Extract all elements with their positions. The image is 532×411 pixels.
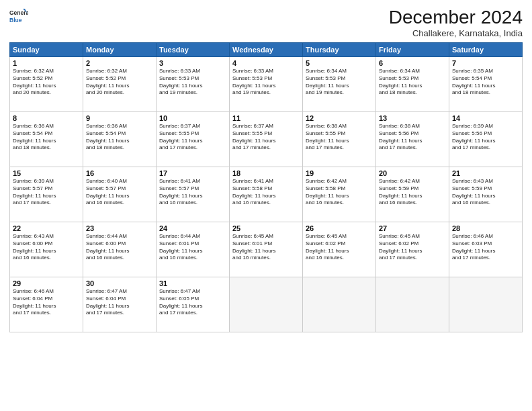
calendar-cell: 1Sunrise: 6:32 AMSunset: 5:52 PMDaylight…: [10, 57, 83, 112]
day-number: 21: [452, 169, 519, 177]
logo-svg: General Blue: [9, 7, 28, 26]
day-info: Sunrise: 6:44 AMSunset: 6:00 PMDaylight:…: [86, 233, 153, 262]
day-number: 8: [13, 114, 80, 122]
day-info: Sunrise: 6:42 AMSunset: 5:59 PMDaylight:…: [379, 178, 446, 207]
col-wednesday: Wednesday: [230, 43, 303, 57]
day-number: 26: [306, 224, 373, 232]
day-number: 11: [232, 114, 300, 122]
day-number: 23: [86, 224, 153, 232]
day-number: 27: [379, 224, 446, 232]
day-number: 24: [159, 224, 226, 232]
day-number: 28: [452, 224, 519, 232]
calendar-cell: 19Sunrise: 6:42 AMSunset: 5:58 PMDayligh…: [303, 167, 376, 222]
calendar-cell: 27Sunrise: 6:45 AMSunset: 6:02 PMDayligh…: [376, 222, 449, 277]
calendar-week: 8Sunrise: 6:36 AMSunset: 5:54 PMDaylight…: [10, 112, 523, 167]
day-number: 10: [159, 114, 226, 122]
day-info: Sunrise: 6:37 AMSunset: 5:55 PMDaylight:…: [159, 123, 226, 152]
day-number: 4: [232, 59, 300, 67]
day-number: 3: [159, 59, 226, 67]
day-info: Sunrise: 6:40 AMSunset: 5:57 PMDaylight:…: [86, 178, 153, 207]
day-info: Sunrise: 6:33 AMSunset: 5:53 PMDaylight:…: [232, 68, 300, 97]
day-info: Sunrise: 6:44 AMSunset: 6:01 PMDaylight:…: [159, 233, 226, 262]
title-block: December 2024 Challakere, Karnataka, Ind…: [389, 7, 523, 38]
day-number: 22: [13, 224, 80, 232]
calendar-cell: [449, 277, 523, 332]
calendar-cell: 3Sunrise: 6:33 AMSunset: 5:53 PMDaylight…: [157, 57, 230, 112]
calendar-cell: 26Sunrise: 6:45 AMSunset: 6:02 PMDayligh…: [303, 222, 376, 277]
day-info: Sunrise: 6:46 AMSunset: 6:03 PMDaylight:…: [452, 233, 519, 262]
col-thursday: Thursday: [303, 43, 376, 57]
day-number: 5: [306, 59, 373, 67]
calendar-cell: 29Sunrise: 6:46 AMSunset: 6:04 PMDayligh…: [10, 277, 83, 332]
calendar-cell: [303, 277, 376, 332]
calendar-cell: 13Sunrise: 6:38 AMSunset: 5:56 PMDayligh…: [376, 112, 449, 167]
day-number: 9: [86, 114, 153, 122]
day-info: Sunrise: 6:45 AMSunset: 6:01 PMDaylight:…: [232, 233, 300, 262]
calendar-cell: 20Sunrise: 6:42 AMSunset: 5:59 PMDayligh…: [376, 167, 449, 222]
day-info: Sunrise: 6:46 AMSunset: 6:04 PMDaylight:…: [13, 288, 80, 317]
calendar-cell: 23Sunrise: 6:44 AMSunset: 6:00 PMDayligh…: [83, 222, 157, 277]
calendar-cell: 24Sunrise: 6:44 AMSunset: 6:01 PMDayligh…: [157, 222, 230, 277]
day-number: 12: [306, 114, 373, 122]
calendar-cell: 22Sunrise: 6:43 AMSunset: 6:00 PMDayligh…: [10, 222, 83, 277]
day-number: 19: [306, 169, 373, 177]
calendar-cell: 8Sunrise: 6:36 AMSunset: 5:54 PMDaylight…: [10, 112, 83, 167]
day-number: 7: [452, 59, 519, 67]
day-number: 1: [13, 59, 80, 67]
calendar-cell: 4Sunrise: 6:33 AMSunset: 5:53 PMDaylight…: [230, 57, 303, 112]
day-info: Sunrise: 6:36 AMSunset: 5:54 PMDaylight:…: [86, 123, 153, 152]
day-number: 13: [379, 114, 446, 122]
svg-text:Blue: Blue: [9, 17, 22, 24]
day-info: Sunrise: 6:39 AMSunset: 5:56 PMDaylight:…: [452, 123, 519, 152]
day-info: Sunrise: 6:33 AMSunset: 5:53 PMDaylight:…: [159, 68, 226, 97]
logo: General Blue: [9, 7, 28, 26]
calendar-cell: 25Sunrise: 6:45 AMSunset: 6:01 PMDayligh…: [230, 222, 303, 277]
day-number: 20: [379, 169, 446, 177]
header-row: Sunday Monday Tuesday Wednesday Thursday…: [10, 43, 523, 57]
calendar-cell: 28Sunrise: 6:46 AMSunset: 6:03 PMDayligh…: [449, 222, 523, 277]
col-sunday: Sunday: [10, 43, 83, 57]
day-number: 16: [86, 169, 153, 177]
col-tuesday: Tuesday: [157, 43, 230, 57]
day-info: Sunrise: 6:34 AMSunset: 5:53 PMDaylight:…: [379, 68, 446, 97]
day-info: Sunrise: 6:47 AMSunset: 6:05 PMDaylight:…: [159, 288, 226, 317]
day-info: Sunrise: 6:41 AMSunset: 5:58 PMDaylight:…: [232, 178, 300, 207]
calendar-table: Sunday Monday Tuesday Wednesday Thursday…: [9, 42, 523, 332]
day-info: Sunrise: 6:35 AMSunset: 5:54 PMDaylight:…: [452, 68, 519, 97]
col-saturday: Saturday: [449, 43, 523, 57]
calendar-cell: 15Sunrise: 6:39 AMSunset: 5:57 PMDayligh…: [10, 167, 83, 222]
calendar-week: 22Sunrise: 6:43 AMSunset: 6:00 PMDayligh…: [10, 222, 523, 277]
calendar-cell: 18Sunrise: 6:41 AMSunset: 5:58 PMDayligh…: [230, 167, 303, 222]
day-number: 25: [232, 224, 300, 232]
day-info: Sunrise: 6:32 AMSunset: 5:52 PMDaylight:…: [86, 68, 153, 97]
day-number: 31: [159, 279, 226, 287]
calendar-cell: 30Sunrise: 6:47 AMSunset: 6:04 PMDayligh…: [83, 277, 157, 332]
day-info: Sunrise: 6:37 AMSunset: 5:55 PMDaylight:…: [232, 123, 300, 152]
location: Challakere, Karnataka, India: [389, 28, 523, 38]
day-info: Sunrise: 6:41 AMSunset: 5:57 PMDaylight:…: [159, 178, 226, 207]
calendar-cell: 21Sunrise: 6:43 AMSunset: 5:59 PMDayligh…: [449, 167, 523, 222]
header: General Blue December 2024 Challakere, K…: [9, 7, 523, 38]
calendar-cell: 9Sunrise: 6:36 AMSunset: 5:54 PMDaylight…: [83, 112, 157, 167]
day-info: Sunrise: 6:32 AMSunset: 5:52 PMDaylight:…: [13, 68, 80, 97]
day-number: 17: [159, 169, 226, 177]
calendar-week: 29Sunrise: 6:46 AMSunset: 6:04 PMDayligh…: [10, 277, 523, 332]
day-info: Sunrise: 6:45 AMSunset: 6:02 PMDaylight:…: [379, 233, 446, 262]
day-number: 14: [452, 114, 519, 122]
calendar-cell: 16Sunrise: 6:40 AMSunset: 5:57 PMDayligh…: [83, 167, 157, 222]
day-number: 6: [379, 59, 446, 67]
day-info: Sunrise: 6:39 AMSunset: 5:57 PMDaylight:…: [13, 178, 80, 207]
calendar-cell: 7Sunrise: 6:35 AMSunset: 5:54 PMDaylight…: [449, 57, 523, 112]
calendar-cell: 12Sunrise: 6:38 AMSunset: 5:55 PMDayligh…: [303, 112, 376, 167]
calendar-cell: 5Sunrise: 6:34 AMSunset: 5:53 PMDaylight…: [303, 57, 376, 112]
calendar-cell: 17Sunrise: 6:41 AMSunset: 5:57 PMDayligh…: [157, 167, 230, 222]
day-number: 18: [232, 169, 300, 177]
day-info: Sunrise: 6:45 AMSunset: 6:02 PMDaylight:…: [306, 233, 373, 262]
day-info: Sunrise: 6:42 AMSunset: 5:58 PMDaylight:…: [306, 178, 373, 207]
calendar-cell: 11Sunrise: 6:37 AMSunset: 5:55 PMDayligh…: [230, 112, 303, 167]
col-friday: Friday: [376, 43, 449, 57]
calendar-cell: 14Sunrise: 6:39 AMSunset: 5:56 PMDayligh…: [449, 112, 523, 167]
calendar-cell: 10Sunrise: 6:37 AMSunset: 5:55 PMDayligh…: [157, 112, 230, 167]
page-container: General Blue December 2024 Challakere, K…: [0, 0, 532, 411]
day-number: 29: [13, 279, 80, 287]
